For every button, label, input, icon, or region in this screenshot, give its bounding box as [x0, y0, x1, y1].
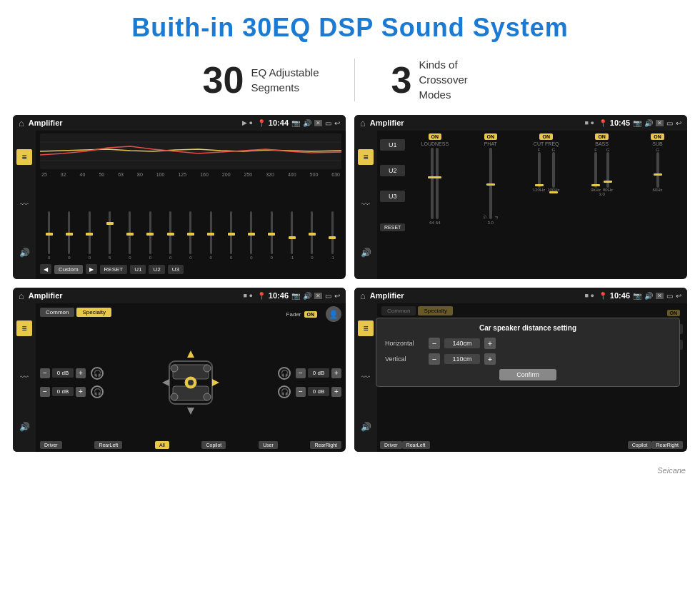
eq-sliders: 0 0 0	[40, 179, 341, 260]
speaker-sidebar-icon-1[interactable]: ≡	[16, 320, 32, 336]
col-loudness: ON LOUDNESS	[408, 133, 461, 276]
status-icons-3: 📍 10:46 📷 🔊 ✕ ▭ ↩	[257, 291, 340, 300]
volume-icon-4: 🔊	[644, 292, 653, 300]
crossover-sidebar: ≡ 〰 🔊	[354, 131, 377, 279]
slider-sub[interactable]	[656, 152, 659, 188]
horizontal-plus[interactable]: +	[484, 338, 496, 349]
minus-left-bottom[interactable]: −	[40, 387, 50, 397]
slider-loudness-l[interactable]	[431, 148, 434, 219]
rear-right-btn-4[interactable]: RearRight	[651, 441, 683, 449]
minus-right-bottom[interactable]: −	[296, 387, 306, 397]
u2-btn-2[interactable]: U2	[380, 165, 405, 176]
home-icon-4[interactable]: ⌂	[360, 291, 366, 301]
person-icon[interactable]: 👤	[326, 306, 341, 322]
svg-point-11	[171, 393, 178, 400]
eq-sidebar-icon-3[interactable]: 🔊	[16, 245, 32, 261]
time-2: 10:45	[610, 118, 630, 127]
eq-sidebar-icon-1[interactable]: ≡	[16, 149, 32, 165]
fader-label: Fader	[286, 311, 301, 318]
u2-btn-1[interactable]: U2	[149, 265, 164, 274]
specialty-tab[interactable]: Specialty	[76, 308, 111, 317]
confirm-btn[interactable]: Confirm	[499, 369, 556, 380]
reset-btn-1[interactable]: RESET	[100, 265, 128, 274]
volume-icon-2: 🔊	[644, 119, 653, 127]
dialog-title: Car speaker distance setting	[385, 324, 671, 332]
slider-thumb-1[interactable]	[46, 233, 53, 236]
slider-thumb-4[interactable]	[106, 222, 114, 225]
user-btn[interactable]: User	[259, 441, 278, 449]
crossover-sidebar-icon-2[interactable]: 〰	[358, 197, 374, 213]
freq-labels: 25 32 40 50 63 80 100 125 160 200 250 32…	[40, 172, 341, 177]
location-icon-1: 📍	[257, 119, 266, 127]
rear-left-btn-4[interactable]: RearLeft	[402, 441, 430, 449]
speaker-sidebar-icon-2[interactable]: 〰	[16, 370, 32, 385]
slider-phat[interactable]	[489, 148, 492, 219]
slider-cutfreq-g[interactable]	[552, 152, 555, 188]
slider-bass-g[interactable]	[606, 152, 609, 188]
prev-btn[interactable]: ◀	[40, 264, 51, 274]
u1-btn-2[interactable]: U1	[380, 139, 405, 151]
minus-left-top[interactable]: −	[40, 368, 50, 378]
driver-btn[interactable]: Driver	[40, 441, 62, 449]
all-btn[interactable]: All	[155, 441, 169, 449]
dist-sidebar-icon-1[interactable]: ≡	[358, 320, 374, 336]
speaker-sidebar-icon-3[interactable]: 🔊	[16, 419, 32, 435]
plus-left-top[interactable]: +	[76, 368, 86, 378]
fader-on-badge[interactable]: ON	[304, 311, 318, 318]
svg-marker-14	[187, 408, 194, 415]
eq-sidebar: ≡ 〰 🔊	[13, 131, 36, 279]
next-btn[interactable]: ▶	[86, 264, 97, 274]
dist-sidebar-icon-3[interactable]: 🔊	[358, 419, 374, 435]
dist-sidebar-icon-2[interactable]: 〰	[358, 370, 374, 385]
left-channels: − 0 dB + 🎧 − 0 dB + 🎧	[40, 326, 104, 438]
plus-right-bottom[interactable]: +	[331, 387, 341, 397]
eq-sidebar-icon-2[interactable]: 〰	[16, 197, 32, 213]
db-row-right-bottom: 🎧 − 0 dB +	[278, 385, 341, 398]
crossover-content: ≡ 〰 🔊 U1 U2 U3 RESET	[354, 131, 687, 279]
home-icon-3[interactable]: ⌂	[19, 291, 24, 301]
home-icon-2[interactable]: ⌂	[360, 118, 366, 128]
reset-btn-2[interactable]: RESET	[380, 223, 405, 231]
u1-btn-1[interactable]: U1	[130, 265, 146, 274]
crossover-sidebar-icon-1[interactable]: ≡	[358, 149, 374, 165]
copilot-btn-3[interactable]: Copilot	[201, 441, 226, 449]
crossover-sidebar-icon-3[interactable]: 🔊	[358, 245, 374, 261]
app-name-2: Amplifier	[370, 118, 581, 127]
plus-right-top[interactable]: +	[331, 368, 341, 378]
slider-track-1[interactable]	[48, 211, 50, 254]
slider-bass-f[interactable]	[594, 152, 597, 188]
u3-btn-1[interactable]: U3	[168, 265, 184, 274]
slider-cutfreq-f[interactable]	[538, 152, 541, 188]
close-icon-2: ✕	[656, 120, 664, 126]
volume-icon-1: 🔊	[303, 119, 311, 127]
screen-crossover: ⌂ Amplifier ■ ● 📍 10:45 📷 🔊 ✕ ▭ ↩ ≡ 〰 🔊	[354, 115, 687, 279]
on-sub[interactable]: ON	[651, 133, 664, 140]
on-cutfreq[interactable]: ON	[539, 133, 553, 140]
rear-right-btn[interactable]: RearRight	[310, 441, 341, 449]
eq-main: 25 32 40 50 63 80 100 125 160 200 250 32…	[36, 131, 346, 279]
svg-point-8	[188, 380, 194, 385]
slider-loudness-r[interactable]	[436, 148, 439, 219]
driver-btn-4[interactable]: Driver	[380, 441, 402, 449]
horizontal-minus[interactable]: −	[429, 338, 440, 349]
custom-btn[interactable]: Custom	[54, 265, 83, 274]
on-loudness[interactable]: ON	[429, 133, 442, 140]
home-icon-1[interactable]: ⌂	[19, 118, 24, 128]
right-channels: 🎧 − 0 dB + 🎧 − 0 dB +	[278, 326, 341, 438]
status-bar-1: ⌂ Amplifier ▶ ● 📍 10:44 📷 🔊 ✕ ▭ ↩	[13, 115, 346, 131]
vertical-minus[interactable]: −	[429, 353, 440, 365]
plus-left-bottom[interactable]: +	[76, 387, 86, 397]
on-bass[interactable]: ON	[595, 133, 609, 140]
common-tab[interactable]: Common	[40, 308, 74, 317]
copilot-btn-4[interactable]: Copilot	[628, 441, 652, 449]
svg-point-10	[204, 365, 211, 372]
app-name-4: Amplifier	[370, 291, 581, 300]
db-row-left-bottom: − 0 dB + 🎧	[40, 385, 104, 398]
vertical-label: Vertical	[385, 355, 424, 363]
on-phat[interactable]: ON	[484, 133, 498, 140]
minus-right-top[interactable]: −	[296, 368, 306, 378]
vertical-plus[interactable]: +	[484, 353, 496, 365]
location-icon-4: 📍	[599, 292, 607, 300]
rear-left-btn[interactable]: RearLeft	[94, 441, 122, 449]
u3-btn-2[interactable]: U3	[380, 191, 405, 202]
